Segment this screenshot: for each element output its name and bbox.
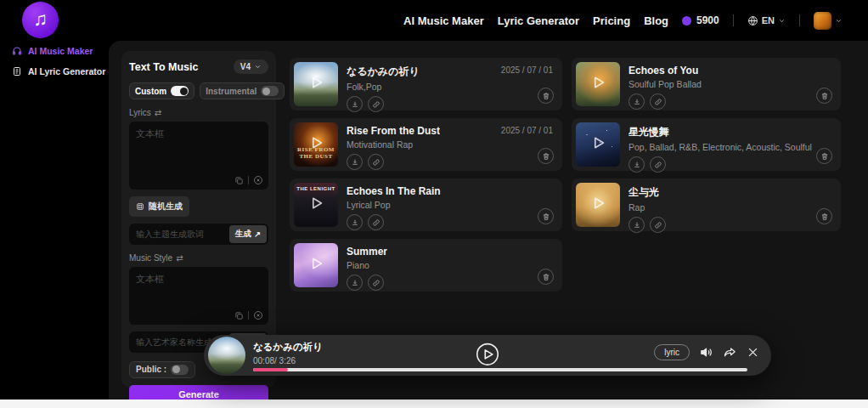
- track-art[interactable]: THE LENIGHT: [294, 183, 338, 227]
- link-icon[interactable]: [650, 156, 666, 173]
- credit-dot-icon: [682, 16, 691, 26]
- track-card-body: Echoes of You Soulful Pop Ballad: [628, 62, 702, 106]
- lyrics-label: Lyrics ⇄: [129, 108, 268, 117]
- credits-badge[interactable]: 5900: [682, 14, 719, 26]
- link-icon[interactable]: [368, 275, 384, 291]
- nav-blog[interactable]: Blog: [644, 14, 668, 27]
- download-icon[interactable]: [347, 154, 363, 170]
- track-card[interactable]: 尘与光 Rap: [572, 178, 841, 231]
- divider: [733, 14, 734, 26]
- version-selector[interactable]: V4: [234, 60, 268, 74]
- arrow-up-right-icon: ↗: [254, 230, 261, 239]
- close-icon[interactable]: [747, 346, 759, 359]
- copy-icon[interactable]: [234, 311, 244, 320]
- player-controls: lyric: [654, 335, 759, 369]
- track-art[interactable]: [576, 62, 620, 106]
- download-icon[interactable]: [347, 275, 363, 291]
- theme-input[interactable]: [131, 230, 229, 239]
- language-selector[interactable]: EN: [747, 15, 786, 26]
- nav-pricing[interactable]: Pricing: [593, 14, 630, 27]
- link-icon[interactable]: [650, 217, 666, 233]
- track-actions: [347, 154, 440, 170]
- style-textarea-wrap: [129, 267, 268, 325]
- link-icon[interactable]: [368, 96, 384, 112]
- trash-icon[interactable]: [538, 208, 554, 224]
- link-icon[interactable]: [650, 94, 666, 110]
- track-actions: [347, 96, 420, 112]
- divider: [248, 176, 249, 184]
- panel-title: Text To Music: [129, 61, 199, 73]
- divider: [248, 311, 249, 320]
- toggle-switch-off[interactable]: [171, 365, 189, 375]
- random-generate-button[interactable]: 随机生成: [129, 196, 189, 217]
- download-icon[interactable]: [628, 217, 645, 233]
- lyrics-textarea-wrap: [129, 122, 268, 190]
- link-icon[interactable]: [368, 154, 384, 170]
- nav-lyric-generator[interactable]: Lyric Generator: [498, 14, 579, 27]
- track-card[interactable]: 星光慢舞 Pop, Ballad, R&B, Electronic, Acous…: [572, 118, 841, 171]
- track-card[interactable]: RISE FROM THE DUST Rise From the Dust Mo…: [290, 118, 562, 171]
- instrumental-toggle[interactable]: Instrumental: [200, 82, 285, 99]
- track-art[interactable]: [576, 122, 620, 167]
- track-title: なるかみの祈り: [347, 65, 420, 79]
- link-icon[interactable]: [368, 214, 384, 230]
- player-track-title: なるかみの祈り: [253, 341, 323, 354]
- lyric-button[interactable]: lyric: [654, 344, 690, 360]
- play-button[interactable]: [476, 342, 500, 366]
- track-date: 2025 / 07 / 01: [501, 126, 553, 135]
- track-actions: [347, 275, 387, 291]
- public-toggle[interactable]: Public :: [129, 361, 195, 378]
- player-progress-bar[interactable]: [253, 368, 747, 371]
- user-menu[interactable]: [814, 12, 843, 30]
- trash-icon[interactable]: [538, 88, 554, 104]
- player-time: 00:08/ 3:26: [253, 356, 323, 366]
- custom-toggle-label: Custom: [135, 87, 166, 96]
- share-icon[interactable]: [723, 345, 737, 360]
- trash-icon[interactable]: [816, 208, 832, 224]
- download-icon[interactable]: [628, 94, 645, 110]
- volume-icon[interactable]: [699, 345, 713, 360]
- copy-icon[interactable]: [234, 176, 244, 185]
- sidebar-item-ai-lyric-generator[interactable]: AI Lyric Generator: [0, 61, 109, 82]
- track-art[interactable]: RISE FROM THE DUST: [294, 122, 338, 167]
- track-actions: [347, 214, 441, 230]
- track-art[interactable]: [294, 243, 338, 287]
- random-generate-label: 随机生成: [149, 201, 183, 212]
- play-icon: [307, 254, 325, 276]
- app-logo[interactable]: ♫: [22, 2, 59, 38]
- clear-icon[interactable]: [253, 175, 263, 185]
- track-actions: [628, 156, 812, 173]
- track-art[interactable]: [294, 62, 338, 106]
- version-label: V4: [240, 62, 251, 71]
- track-card[interactable]: Summer Piano: [290, 239, 562, 292]
- download-icon[interactable]: [347, 214, 363, 230]
- track-title: Echoes of You: [628, 65, 702, 76]
- track-art[interactable]: [576, 183, 620, 227]
- dice-icon: [136, 202, 144, 211]
- trash-icon[interactable]: [816, 148, 832, 164]
- trash-icon[interactable]: [816, 88, 832, 104]
- player-track-art[interactable]: [208, 337, 245, 374]
- nav-ai-music-maker[interactable]: AI Music Maker: [403, 14, 484, 27]
- play-icon: [589, 194, 607, 216]
- custom-toggle[interactable]: Custom: [129, 82, 194, 99]
- music-note-icon: ♫: [33, 10, 48, 29]
- top-header: ♫ AI Music Maker Lyric Generator Pricing…: [0, 0, 868, 41]
- page-bottom-strip: [0, 400, 868, 408]
- track-actions: [628, 217, 666, 233]
- trash-icon[interactable]: [538, 269, 554, 285]
- track-card[interactable]: Echoes of You Soulful Pop Ballad: [572, 58, 841, 110]
- download-icon[interactable]: [628, 156, 645, 173]
- download-icon[interactable]: [347, 96, 363, 112]
- trash-icon[interactable]: [538, 148, 554, 164]
- track-card-body: なるかみの祈り Folk,Pop: [347, 62, 420, 106]
- toggle-switch-off[interactable]: [261, 86, 279, 96]
- play-icon: [589, 73, 607, 95]
- generate-lyrics-button[interactable]: 生成 ↗: [229, 225, 267, 243]
- track-card[interactable]: THE LENIGHT Echoes In The Rain Lyrical P…: [290, 178, 562, 231]
- clear-icon[interactable]: [253, 310, 263, 320]
- track-card[interactable]: なるかみの祈り Folk,Pop 2025 / 07 / 01: [290, 58, 562, 110]
- track-title: Rise From the Dust: [347, 125, 440, 137]
- toggle-switch-on[interactable]: [171, 86, 189, 96]
- sidebar-item-ai-music-maker[interactable]: AI Music Maker: [0, 41, 109, 61]
